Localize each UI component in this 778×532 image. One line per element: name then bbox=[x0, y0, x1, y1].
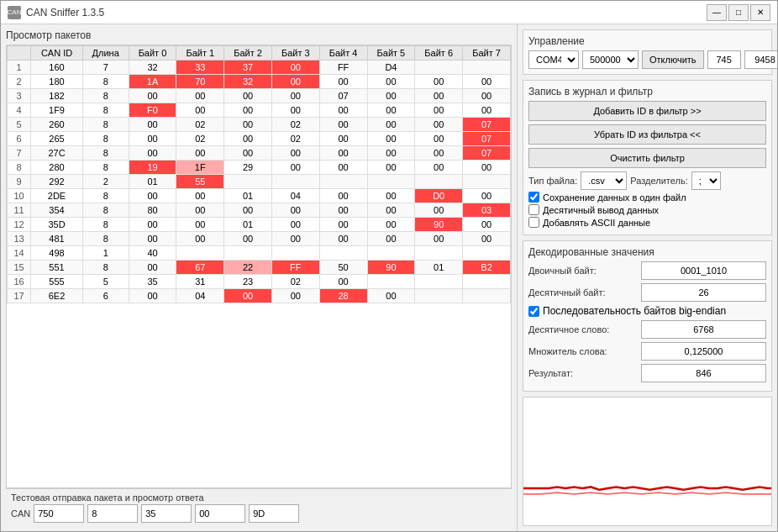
table-cell: 00 bbox=[271, 103, 319, 118]
table-row[interactable]: 14498140 bbox=[8, 246, 511, 261]
packet-table-container[interactable]: CAN ID Длина Байт 0 Байт 1 Байт 2 Байт 3… bbox=[6, 45, 512, 488]
table-row[interactable]: 1655553531230200 bbox=[8, 275, 511, 289]
table-cell: 00 bbox=[224, 118, 272, 132]
delimiter-label: Разделитель: bbox=[630, 176, 687, 186]
table-cell bbox=[463, 289, 511, 303]
table-cell: 00 bbox=[224, 232, 272, 246]
table-cell: 00 bbox=[224, 103, 272, 118]
table-cell: 80 bbox=[129, 203, 176, 218]
binary-label: Двоичный байт: bbox=[528, 266, 638, 276]
table-row[interactable]: 1348180000000000000000 bbox=[8, 232, 511, 246]
table-cell: 29 bbox=[224, 161, 272, 175]
table-cell bbox=[176, 246, 224, 261]
row-number: 16 bbox=[8, 275, 31, 289]
main-window: CAN CAN Sniffer 1.3.5 — □ ✕ Просмотр пак… bbox=[0, 0, 778, 532]
val2-input[interactable] bbox=[744, 50, 777, 69]
val1-input[interactable] bbox=[707, 50, 741, 69]
decimal-value-input[interactable] bbox=[641, 283, 766, 302]
test-input-1[interactable] bbox=[34, 504, 84, 523]
table-cell: 04 bbox=[271, 189, 319, 203]
table-row[interactable]: 1135488000000000000003 bbox=[8, 203, 511, 218]
table-row[interactable]: 727C80000000000000007 bbox=[8, 146, 511, 161]
table-cell bbox=[415, 61, 463, 75]
col-canid: CAN ID bbox=[31, 46, 83, 61]
decimal-output-checkbox[interactable] bbox=[528, 204, 539, 215]
table-row[interactable]: 176E26000400002800 bbox=[8, 289, 511, 303]
table-cell: 180 bbox=[31, 75, 83, 89]
test-input-5[interactable] bbox=[249, 504, 299, 523]
close-button[interactable]: ✕ bbox=[750, 4, 770, 21]
table-cell: 551 bbox=[31, 261, 83, 275]
table-row[interactable]: 929220155 bbox=[8, 175, 511, 189]
table-cell: 00 bbox=[415, 132, 463, 146]
add-ascii-checkbox[interactable] bbox=[528, 217, 539, 228]
bottom-inputs-row: CAN bbox=[11, 504, 507, 523]
table-cell: 00 bbox=[415, 75, 463, 89]
binary-value-input[interactable] bbox=[641, 261, 766, 280]
clear-filter-button[interactable]: Очистить фильтр bbox=[528, 148, 766, 168]
delimiter-select[interactable]: ; bbox=[691, 171, 721, 190]
table-row[interactable]: 1160732333700FFD4 bbox=[8, 61, 511, 75]
result-label: Результат: bbox=[528, 368, 638, 378]
row-number: 12 bbox=[8, 218, 31, 232]
table-cell: 00 bbox=[367, 161, 415, 175]
table-cell: 2 bbox=[82, 175, 129, 189]
table-cell: 00 bbox=[415, 146, 463, 161]
table-cell: FF bbox=[319, 61, 367, 75]
remove-id-button[interactable]: Убрать ID из фильтра << bbox=[528, 124, 766, 145]
decimal-word-input[interactable] bbox=[641, 320, 766, 339]
table-row[interactable]: 1235D80000010000009000 bbox=[8, 218, 511, 232]
table-cell: 00 bbox=[463, 218, 511, 232]
minimize-button[interactable]: — bbox=[707, 4, 727, 21]
add-id-button[interactable]: Добавить ID в фильтр >> bbox=[528, 101, 766, 121]
table-cell: 33 bbox=[176, 61, 224, 75]
col-b6: Байт 6 bbox=[415, 46, 463, 61]
table-cell: 8 bbox=[82, 218, 129, 232]
save-one-file-checkbox[interactable] bbox=[528, 192, 539, 203]
table-cell: F0 bbox=[129, 103, 176, 118]
row-number: 5 bbox=[8, 118, 31, 132]
table-cell: 00 bbox=[463, 103, 511, 118]
table-row[interactable]: 102DE8000001040000D000 bbox=[8, 189, 511, 203]
table-cell: 00 bbox=[176, 203, 224, 218]
table-cell: 00 bbox=[224, 289, 272, 303]
test-input-2[interactable] bbox=[87, 504, 138, 523]
save-one-file-row: Сохранение данных в один файл bbox=[528, 192, 766, 203]
table-cell: 00 bbox=[224, 132, 272, 146]
table-cell: 8 bbox=[82, 232, 129, 246]
table-row[interactable]: 526080002000200000007 bbox=[8, 118, 511, 132]
com-port-select[interactable]: COM4 bbox=[528, 50, 579, 69]
table-row[interactable]: 155518006722FF509001B2 bbox=[8, 261, 511, 275]
table-cell: B2 bbox=[463, 261, 511, 275]
table-cell: 00 bbox=[319, 118, 367, 132]
table-cell: 07 bbox=[463, 118, 511, 132]
table-cell: 01 bbox=[224, 218, 272, 232]
table-row[interactable]: 41F98F000000000000000 bbox=[8, 103, 511, 118]
table-cell: 00 bbox=[176, 103, 224, 118]
baudrate-select[interactable]: 500000 bbox=[582, 50, 639, 69]
disconnect-button[interactable]: Отключить bbox=[642, 50, 704, 69]
row-number: 7 bbox=[8, 146, 31, 161]
table-cell: 00 bbox=[319, 275, 367, 289]
table-row[interactable]: 82808191F290000000000 bbox=[8, 161, 511, 175]
table-cell: 00 bbox=[224, 89, 272, 103]
table-row[interactable]: 318280000000007000000 bbox=[8, 89, 511, 103]
table-cell: 00 bbox=[271, 203, 319, 218]
record-section: Запись в журнал и фильтр Добавить ID в ф… bbox=[523, 80, 772, 235]
row-number: 15 bbox=[8, 261, 31, 275]
result-input[interactable] bbox=[641, 364, 766, 382]
test-input-4[interactable] bbox=[195, 504, 245, 523]
table-row[interactable]: 626580002000200000007 bbox=[8, 132, 511, 146]
maximize-button[interactable]: □ bbox=[728, 4, 749, 21]
row-number: 2 bbox=[8, 75, 31, 89]
big-endian-checkbox[interactable] bbox=[528, 306, 539, 317]
table-cell: 00 bbox=[319, 103, 367, 118]
col-b4: Байт 4 bbox=[319, 46, 367, 61]
file-type-select[interactable]: .csv bbox=[581, 171, 627, 190]
table-cell: 00 bbox=[271, 61, 319, 75]
table-cell bbox=[367, 175, 415, 189]
table-row[interactable]: 218081A70320000000000 bbox=[8, 75, 511, 89]
multiplier-input[interactable] bbox=[641, 342, 766, 361]
file-type-label: Тип файла: bbox=[528, 176, 577, 186]
test-input-3[interactable] bbox=[141, 504, 192, 523]
